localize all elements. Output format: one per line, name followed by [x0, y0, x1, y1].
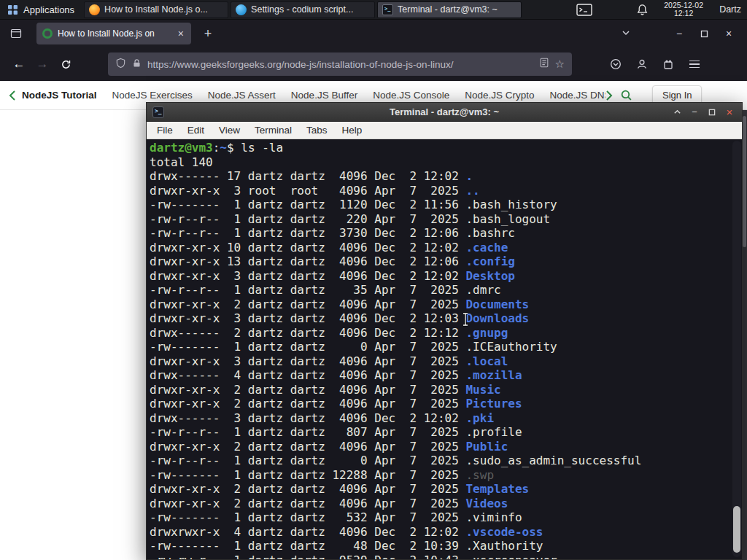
hamburger-menu-icon[interactable] — [684, 54, 705, 74]
terminal-ls-line: -rw-r--r-- 1 dartz dartz 35 Apr 7 2025 .… — [150, 283, 732, 298]
forward-icon[interactable]: → — [31, 52, 54, 76]
terminal-ls-line: drwxr-xr-x 2 dartz dartz 4096 Apr 7 2025… — [150, 397, 732, 411]
terminal-ls-line: -rw-r--r-- 1 dartz dartz 220 Apr 7 2025 … — [150, 212, 732, 227]
taskbar-label-terminal: Terminal - dartz@vm3: ~ — [398, 4, 498, 15]
terminal-ls-line: -rw-r--r-- 1 dartz dartz 3730 Dec 2 12:0… — [150, 226, 732, 241]
nav-scroll-right-icon[interactable] — [605, 90, 613, 101]
menu-tabs[interactable]: Tabs — [299, 122, 335, 138]
reload-icon[interactable] — [54, 52, 77, 76]
tab-bar: How to Install Node.js on × + − × — [0, 20, 747, 47]
menu-view[interactable]: View — [212, 122, 247, 138]
panel-clock[interactable]: 2025-12-02 12:12 — [659, 1, 708, 18]
panel-time: 12:12 — [659, 9, 708, 18]
terminal-ls-line: drwxr-xr-x 2 dartz dartz 4096 Apr 7 2025… — [150, 440, 732, 454]
nav-scroll-left-icon[interactable] — [9, 90, 16, 101]
reader-mode-icon[interactable] — [539, 58, 549, 71]
nav-link-nodejs-buffer[interactable]: Node.JS Buffer — [291, 90, 357, 101]
terminal-prompt-line: dartz@vm3:~$ ls -la — [150, 141, 732, 155]
tab-title: How to Install Node.js on — [58, 28, 171, 39]
terminal-ls-line: -rw------- 1 dartz dartz 1120 Dec 2 11:5… — [150, 198, 732, 212]
toolbar-right-icons — [605, 54, 705, 74]
terminal-ls-line: drwxr-xr-x 3 dartz dartz 4096 Dec 2 12:0… — [150, 269, 732, 284]
tracking-shield-icon[interactable] — [115, 58, 126, 71]
navigation-toolbar: ← → https://www.geeksforgeeks.org/node-j… — [0, 47, 747, 81]
menu-terminal[interactable]: Terminal — [247, 122, 299, 138]
page-scrollbar[interactable] — [742, 110, 747, 560]
taskbar-label-settings: Settings - codium script... — [251, 4, 353, 15]
extensions-puzzle-icon[interactable] — [658, 54, 678, 74]
terminal-ls-line: -rw------- 1 dartz dartz 0 Apr 7 2025 .I… — [150, 340, 732, 354]
terminal-window-icon — [152, 106, 164, 118]
browser-close-button[interactable]: × — [716, 23, 741, 44]
terminal-total-line: total 140 — [150, 155, 732, 170]
terminal-scrollbar[interactable] — [732, 141, 741, 557]
terminal-window: Terminal - dartz@vm3: ~ − × File Edit Vi… — [146, 102, 743, 560]
terminal-ls-line: drwxr-xr-x 2 dartz dartz 4096 Apr 7 2025… — [150, 383, 732, 397]
terminal-ls-line: drwxr-xr-x 3 dartz dartz 4096 Dec 2 12:0… — [150, 311, 732, 326]
nav-link-nodejs-assert[interactable]: Node.JS Assert — [208, 90, 276, 101]
pocket-icon[interactable] — [605, 54, 626, 74]
terminal-ls-line: drwx------ 2 dartz dartz 4096 Dec 2 12:1… — [150, 326, 732, 341]
tab-overflow-chevron-icon[interactable] — [616, 27, 636, 40]
applications-menu-button[interactable]: Applications — [0, 0, 82, 19]
terminal-shade-button[interactable] — [670, 106, 684, 119]
terminal-maximize-button[interactable] — [705, 106, 719, 119]
terminal-ls-line: drwxr-xr-x 2 dartz dartz 4096 Apr 7 2025… — [150, 497, 732, 511]
terminal-ls-line: drwxr-xr-x 3 dartz dartz 4096 Apr 7 2025… — [150, 354, 732, 369]
page-scrollbar-thumb[interactable] — [743, 116, 746, 247]
tab-close-icon[interactable]: × — [177, 28, 185, 39]
panel-user-name[interactable]: Dartz — [719, 4, 741, 15]
tray-terminal-icon[interactable] — [575, 3, 594, 17]
terminal-ls-line: -rw-rw-r-- 1 dartz dartz 9529 Dec 2 10:4… — [150, 553, 732, 560]
account-icon[interactable] — [632, 54, 652, 74]
terminal-window-buttons: − × — [670, 106, 736, 119]
taskbar-label-firefox: How to Install Node.js o... — [104, 4, 208, 15]
codium-icon — [236, 4, 247, 15]
terminal-ls-line: -rw------- 1 dartz dartz 48 Dec 2 10:39 … — [150, 539, 732, 553]
nav-link-nodejs-dns[interactable]: Node.JS DNS — [550, 90, 605, 101]
new-tab-button[interactable]: + — [198, 26, 217, 42]
top-panel: Applications How to Install Node.js o...… — [0, 0, 747, 20]
terminal-scrollbar-thumb[interactable] — [733, 506, 740, 553]
terminal-ls-line: drwxr-xr-x 10 dartz dartz 4096 Dec 2 12:… — [150, 241, 732, 255]
notification-bell-icon[interactable] — [635, 2, 649, 17]
terminal-minimize-button[interactable]: − — [688, 106, 701, 119]
nav-links: NodeJS Tutorial NodeJS Exercises Node.JS… — [22, 90, 605, 101]
terminal-close-button[interactable]: × — [723, 106, 736, 119]
bookmark-star-icon[interactable]: ☆ — [555, 58, 565, 71]
back-icon[interactable]: ← — [7, 52, 31, 76]
applications-label: Applications — [23, 4, 74, 15]
terminal-ls-line: -rw------- 1 dartz dartz 12288 Apr 7 202… — [150, 468, 732, 483]
taskbar-button-codium-settings[interactable]: Settings - codium script... — [231, 1, 375, 18]
terminal-ls-line: drwxr-xr-x 2 dartz dartz 4096 Apr 7 2025… — [150, 482, 732, 497]
menu-help[interactable]: Help — [335, 122, 370, 138]
terminal-ls-line: -rw------- 1 dartz dartz 532 Apr 7 2025 … — [150, 510, 732, 525]
terminal-ls-line: drwxr-xr-x 2 dartz dartz 4096 Apr 7 2025… — [150, 298, 732, 312]
geeksforgeeks-favicon — [42, 28, 53, 39]
taskbar-button-firefox[interactable]: How to Install Node.js o... — [84, 1, 228, 18]
browser-tab[interactable]: How to Install Node.js on × — [36, 23, 191, 44]
menu-edit[interactable]: Edit — [180, 122, 212, 138]
search-icon[interactable] — [616, 89, 636, 101]
terminal-ls-line: drwxr-xr-x 13 dartz dartz 4096 Dec 2 12:… — [150, 254, 732, 269]
browser-maximize-button[interactable] — [692, 23, 716, 44]
terminal-ls-line: -rw-r--r-- 1 dartz dartz 807 Apr 7 2025 … — [150, 425, 732, 440]
text-cursor-pointer — [460, 312, 471, 330]
lock-icon[interactable] — [132, 58, 142, 71]
terminal-ls-line: drwxrwxr-x 4 dartz dartz 4096 Dec 2 12:0… — [150, 525, 732, 540]
nav-link-nodejs-crypto[interactable]: Node.JS Crypto — [465, 90, 534, 101]
nav-link-nodejs-tutorial[interactable]: NodeJS Tutorial — [22, 90, 97, 101]
url-bar[interactable]: https://www.geeksforgeeks.org/node-js/in… — [108, 52, 572, 76]
terminal-ls-line: -rw-r--r-- 1 dartz dartz 0 Apr 7 2025 .s… — [150, 454, 732, 468]
nav-link-nodejs-console[interactable]: Node.JS Console — [373, 90, 449, 101]
terminal-ls-line: drwx------ 17 dartz dartz 4096 Dec 2 12:… — [150, 169, 732, 184]
taskbar-button-terminal[interactable]: Terminal - dartz@vm3: ~ — [377, 1, 522, 18]
nav-link-nodejs-exercises[interactable]: NodeJS Exercises — [112, 90, 193, 101]
firefox-view-icon[interactable] — [6, 23, 26, 44]
url-text: https://www.geeksforgeeks.org/node-js/in… — [147, 59, 533, 70]
terminal-output[interactable]: dartz@vm3:~$ ls -latotal 140drwx------ 1… — [147, 139, 742, 559]
browser-minimize-button[interactable]: − — [667, 23, 692, 44]
terminal-menubar: File Edit View Terminal Tabs Help — [147, 122, 742, 139]
terminal-titlebar[interactable]: Terminal - dartz@vm3: ~ − × — [147, 103, 742, 122]
menu-file[interactable]: File — [150, 122, 180, 138]
